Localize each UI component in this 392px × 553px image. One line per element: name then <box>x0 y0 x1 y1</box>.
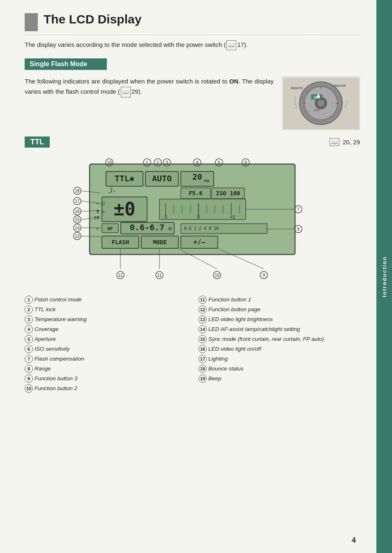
legend-number: 1 <box>25 296 33 304</box>
legend-number: 7 <box>25 355 33 363</box>
diagram-container: TTL✱ AUTO 20 mm J F5.6 ISO 100 ⚡ <box>65 152 320 285</box>
list-item: 11 Function button 1 <box>198 295 360 305</box>
legend-label: LED video light on/off <box>208 346 261 352</box>
legend-number: 8 <box>25 365 33 373</box>
intro-book-ref: 17 <box>237 41 244 48</box>
svg-text:18: 18 <box>75 189 80 193</box>
intro-paragraph: The display varies according to the mode… <box>25 40 360 50</box>
svg-text:17: 17 <box>75 199 80 204</box>
book-icon-ttl: 📖 <box>330 138 339 146</box>
legend-label: LED AF-assist lamp/catchlight setting <box>208 326 300 332</box>
page-title: The LCD Display <box>44 12 141 26</box>
lcd-diagram-svg: TTL✱ AUTO 20 mm J F5.6 ISO 100 ⚡ <box>65 152 328 283</box>
tab-label: Introduction <box>381 256 387 297</box>
legend-number: 2 <box>25 305 33 314</box>
legend-label: Flash compensation <box>35 356 84 362</box>
ttl-page-ref: 📖 20, 29 <box>329 138 360 146</box>
legend-label: Aperture <box>35 336 56 342</box>
intro-text-start: The display varies according to the mode… <box>25 41 226 48</box>
legend-number: 17 <box>198 355 207 363</box>
svg-text:7: 7 <box>297 207 300 212</box>
svg-text:6: 6 <box>244 160 247 165</box>
svg-point-5 <box>318 100 324 106</box>
svg-text:ⓤ: ⓤ <box>101 201 105 206</box>
svg-text:J: J <box>108 187 113 194</box>
legend-section: 1 Flash control mode 2 TTL lock 3 Temper… <box>25 295 360 393</box>
svg-text:1: 1 <box>146 160 148 165</box>
svg-text:REMOTE: REMOTE <box>291 87 303 90</box>
svg-text:TTL✱: TTL✱ <box>115 174 134 183</box>
list-item: 12 Function button page <box>198 305 360 315</box>
list-item: 10 Function button 2 <box>25 384 186 393</box>
svg-text:F5.6: F5.6 <box>189 190 203 197</box>
list-item: 7 Flash compensation <box>25 354 186 364</box>
svg-text:+5: +5 <box>230 215 235 220</box>
svg-text:0: 0 <box>197 215 200 220</box>
legend-number: 4 <box>25 325 33 333</box>
svg-text:←: ← <box>96 226 99 231</box>
title-gray-box <box>25 13 38 31</box>
legend-number: 3 <box>25 315 33 324</box>
legend-label: Beep <box>208 375 221 382</box>
svg-text:mm: mm <box>204 178 210 183</box>
ttl-page-number: 20, 29 <box>343 139 360 146</box>
svg-text:+/—: +/— <box>194 238 205 246</box>
book-icon-flash: 📖 <box>121 87 131 97</box>
list-item: 8 Range <box>25 364 186 374</box>
svg-text:9: 9 <box>263 273 265 278</box>
legend-number: 18 <box>198 365 207 373</box>
list-item: 14 LED AF-assist lamp/catchlight setting <box>198 324 360 334</box>
list-item: 19 Beep <box>198 374 360 384</box>
svg-text:12: 12 <box>118 273 123 278</box>
book-icon-intro: 📖 <box>226 40 236 51</box>
flash-desc-1: The following indicators are displayed w… <box>25 78 229 85</box>
svg-text:19: 19 <box>107 160 112 165</box>
legend-label: Flash control mode <box>35 296 82 303</box>
svg-text:⚡: ⚡ <box>113 188 115 194</box>
legend-number: 15 <box>198 335 207 343</box>
page-number: 4 <box>352 536 356 545</box>
list-item: 9 Function button 3 <box>25 374 186 384</box>
svg-text:FLASH: FLASH <box>112 239 129 245</box>
list-item: 6 ISO sensitivity <box>25 344 186 354</box>
svg-text:2: 2 <box>157 160 159 165</box>
legend-label: Temperature warning <box>35 316 87 322</box>
legend-number: 10 <box>25 384 33 393</box>
list-item: 18 Bounce status <box>198 364 360 374</box>
svg-text:m: m <box>168 225 172 231</box>
page: Introduction The LCD Display The display… <box>0 0 392 553</box>
list-item: 15 Sync mode (front curtain, rear curtai… <box>198 334 360 344</box>
svg-text:⟲: ⟲ <box>101 210 105 214</box>
svg-text:10: 10 <box>214 273 219 278</box>
svg-text:₹: ₹ <box>96 209 99 215</box>
svg-text:5: 5 <box>218 160 220 165</box>
legend-number: 6 <box>25 345 33 353</box>
svg-text:16: 16 <box>75 209 80 214</box>
flash-desc-end: ). <box>138 88 142 95</box>
svg-text:OFF: OFF <box>314 109 320 112</box>
legend-number: 14 <box>198 325 207 333</box>
legend-label: Function button 2 <box>35 385 77 391</box>
title-divider <box>25 35 360 35</box>
main-content: The LCD Display The display varies accor… <box>0 0 376 553</box>
legend-label: Lighting <box>208 356 228 362</box>
svg-text:13: 13 <box>75 234 80 238</box>
list-item: 2 TTL lock <box>25 305 186 315</box>
legend-label: Coverage <box>35 326 59 332</box>
legend-number: 13 <box>198 315 207 324</box>
list-item: 4 Coverage <box>25 324 186 334</box>
legend-label: LED video light brightness <box>208 316 273 322</box>
svg-text:15: 15 <box>75 217 80 222</box>
svg-text:3: 3 <box>166 160 168 165</box>
svg-text:11: 11 <box>157 273 162 278</box>
list-item: 3 Temperature warning <box>25 315 186 324</box>
ttl-header-row: TTL 📖 20, 29 <box>25 137 360 148</box>
svg-text:20: 20 <box>192 172 202 182</box>
list-item: 13 LED video light brightness <box>198 315 360 324</box>
svg-text:±0: ±0 <box>114 199 136 220</box>
list-item: 1 Flash control mode <box>25 295 186 305</box>
svg-text:MODE: MODE <box>153 239 167 245</box>
legend-number: 19 <box>198 375 207 383</box>
svg-text:AUTO: AUTO <box>152 174 172 183</box>
legend-number: 12 <box>198 305 207 314</box>
